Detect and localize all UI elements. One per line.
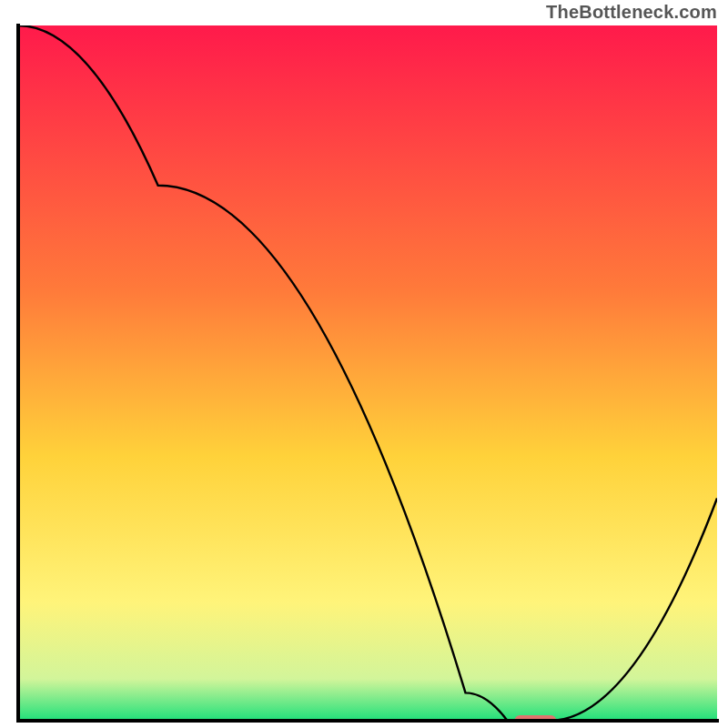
chart-frame: TheBottleneck.com (0, 0, 728, 728)
chart-svg (16, 24, 719, 723)
plot-area (16, 24, 719, 723)
attribution-label: TheBottleneck.com (546, 2, 717, 23)
gradient-background (18, 25, 717, 721)
